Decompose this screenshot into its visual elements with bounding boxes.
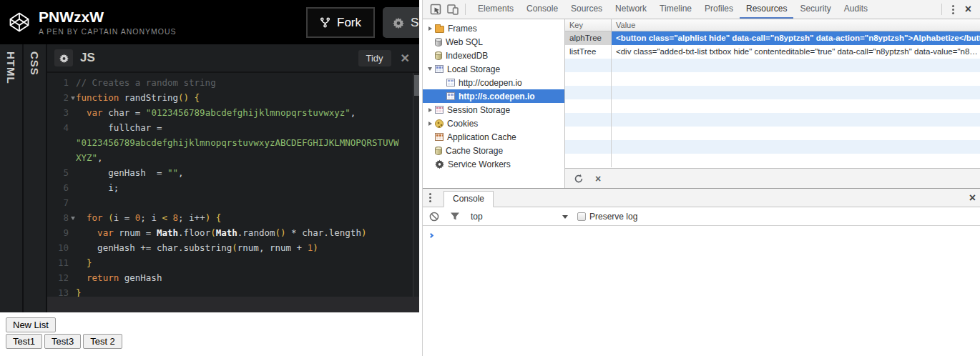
chevron-down-icon[interactable] [562, 215, 568, 219]
disclosure-triangle-icon[interactable] [426, 26, 433, 31]
fork-button[interactable]: Fork [306, 7, 375, 38]
code-token: "" [167, 167, 178, 178]
tab-resources[interactable]: Resources [740, 0, 793, 19]
code-text: // Creates a random string [69, 75, 216, 90]
line-number: 6 [47, 180, 69, 195]
js-panel-close-icon[interactable]: ✕ [401, 51, 410, 65]
code-token: } [87, 257, 92, 268]
sidebar-item-local-storage[interactable]: Local Storage [423, 62, 564, 76]
tab-console-drawer[interactable]: Console [444, 191, 494, 207]
disclosure-triangle-icon[interactable] [426, 122, 433, 126]
inspect-element-button[interactable] [429, 3, 442, 16]
delete-item-icon[interactable]: × [595, 173, 601, 184]
tab-security[interactable]: Security [793, 0, 837, 19]
settings-button[interactable]: Se [383, 7, 419, 38]
tab-profiles[interactable]: Profiles [698, 0, 740, 19]
device-toolbar-button[interactable] [446, 3, 459, 16]
storage-value-cell: <div class="added-txt-list txtbox hide" … [612, 45, 980, 59]
execution-context-selector[interactable]: top [471, 212, 483, 222]
editor-scrollbar[interactable] [413, 73, 419, 297]
column-header-key[interactable]: Key [565, 19, 612, 31]
drawer-close-icon[interactable]: × [965, 192, 980, 204]
sidebar-item-session-storage[interactable]: Session Storage [423, 103, 564, 117]
code-text: } [69, 285, 82, 297]
disclosure-triangle-icon[interactable] [426, 108, 433, 112]
code-line: 8 for (i = 0; i < 8; i++) { [47, 210, 419, 225]
sidebar-item-http-codepen-io[interactable]: http://codepen.io [423, 76, 564, 89]
css-tab-label: CSS [29, 51, 41, 312]
code-line: 9 var rnum = Math.floor(Math.random() * … [47, 225, 419, 240]
storage-key-cell [565, 127, 612, 140]
code-token: ; i++ [178, 212, 205, 223]
test-button-test3[interactable]: Test3 [44, 334, 81, 349]
clear-console-icon[interactable] [429, 212, 439, 222]
sidebar-item-label: http://codepen.io [459, 78, 522, 88]
table-row[interactable]: alphTree<button class="alphlist hide" da… [565, 31, 980, 45]
storage-key-cell [565, 154, 612, 167]
sidebar-item-application-cache[interactable]: Application Cache [423, 130, 564, 144]
code-line: 12 return genHash [47, 270, 419, 285]
column-header-value[interactable]: Value [612, 19, 980, 31]
fold-arrow-icon[interactable] [71, 97, 75, 100]
js-panel-title: JS [80, 51, 95, 65]
tab-elements[interactable]: Elements [471, 0, 520, 19]
code-token: , [178, 167, 184, 178]
code-line: XYZ", [47, 150, 419, 165]
code-line: 2function randString() { [47, 90, 419, 105]
tab-console[interactable]: Console [520, 0, 564, 19]
tab-audits[interactable]: Audits [838, 0, 874, 19]
scrollbar-thumb[interactable] [414, 75, 419, 96]
code-token: { [216, 212, 222, 223]
line-number: 7 [47, 195, 69, 210]
line-number: 10 [47, 240, 69, 255]
code-token: "0123456789abcdefghijklmnopqrstuvwxyzABC… [76, 137, 399, 148]
sidebar-item-http-s-codepen-io[interactable]: http://s.codepen.io [423, 89, 564, 103]
tidy-button[interactable]: Tidy [358, 50, 391, 66]
sidebar-item-frames[interactable]: Frames [423, 21, 564, 35]
code-editor[interactable]: 1// Creates a random string2function ran… [47, 73, 419, 297]
preserve-log-checkbox[interactable] [577, 212, 586, 221]
tab-sources[interactable]: Sources [564, 0, 609, 19]
devtools-close-icon[interactable]: × [961, 4, 976, 15]
table-row[interactable]: listTree<div class="added-txt-list txtbo… [565, 45, 980, 59]
code-token [210, 212, 216, 223]
drawer-menu-icon[interactable] [429, 197, 431, 199]
resources-sidebar: FramesWeb SQLIndexedDBLocal Storagehttp:… [423, 19, 565, 188]
test-button-test-2[interactable]: Test 2 [83, 334, 122, 349]
test-button-test1[interactable]: Test1 [6, 334, 42, 349]
code-line: 1// Creates a random string [47, 75, 419, 90]
tab-timeline[interactable]: Timeline [653, 0, 698, 19]
sidebar-item-indexeddb[interactable]: IndexedDB [423, 49, 564, 62]
line-number: 8 [47, 210, 69, 225]
line-number: 2 [47, 90, 69, 105]
code-token: function [76, 92, 119, 103]
fork-button-label: Fork [337, 16, 361, 30]
code-token [76, 107, 87, 118]
js-settings-button[interactable] [54, 49, 73, 66]
tab-css-collapsed[interactable]: CSS [24, 44, 47, 312]
tab-network[interactable]: Network [609, 0, 653, 19]
fold-arrow-icon[interactable] [71, 217, 75, 220]
sidebar-item-service-workers[interactable]: Service Workers [423, 157, 564, 171]
sidebar-item-label: Web SQL [446, 37, 483, 47]
tab-html-collapsed[interactable]: HTML [0, 44, 24, 312]
sidebar-item-web-sql[interactable]: Web SQL [423, 35, 564, 49]
storage-value-cell [612, 99, 980, 113]
sidebar-item-cache-storage[interactable]: Cache Storage [423, 144, 564, 157]
refresh-icon[interactable] [574, 174, 584, 184]
new-list-button[interactable]: New List [6, 317, 56, 332]
code-token [189, 92, 195, 103]
sidebar-item-cookies[interactable]: Cookies [423, 117, 564, 130]
code-token: genHash = [76, 167, 167, 178]
filter-icon[interactable] [450, 212, 460, 221]
table-orange-icon [435, 133, 444, 141]
storage-value-cell [612, 59, 980, 72]
disclosure-triangle-icon[interactable] [426, 67, 433, 71]
line-number: 1 [47, 75, 69, 90]
console-output[interactable] [423, 226, 980, 356]
line-number: 4 [47, 120, 69, 135]
devtools-menu-icon[interactable] [952, 9, 954, 11]
code-line: 13} [47, 285, 419, 297]
empty-table-row [565, 59, 980, 72]
code-token: * char.length [286, 227, 361, 238]
